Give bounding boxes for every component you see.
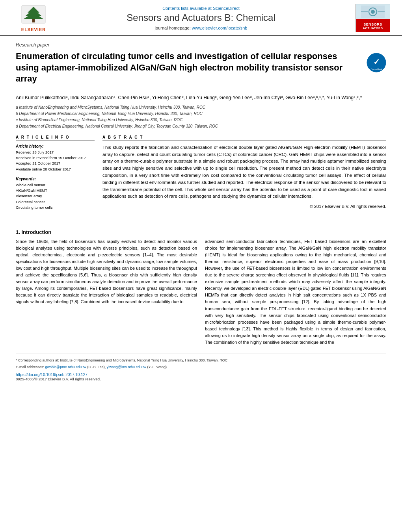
crossmark-logo[interactable]: ✓ CrossMark xyxy=(367,53,386,72)
keyword-2: AlGaN/GaN HEMT xyxy=(16,188,95,193)
main-content: Research paper Enumeration of circulatin… xyxy=(0,36,402,389)
intro-section-title: 1. Introduction xyxy=(16,229,386,235)
homepage-url[interactable]: www.elsevier.com/locate/snb xyxy=(192,26,248,30)
crossmark-icon: ✓ CrossMark xyxy=(367,53,386,72)
section-divider xyxy=(16,223,386,223)
abstract-panel: A B S T R A C T This study reports the f… xyxy=(102,135,386,215)
elsevier-tree-icon xyxy=(20,5,47,26)
sensors-logo-area: SENSORS ACTUATORS xyxy=(347,4,390,32)
history-online: Available online 28 October 2017 xyxy=(16,167,95,172)
keyword-5: Circulating tumor cells xyxy=(16,205,95,210)
intro-left-col: Since the 1960s, the field of biosensors… xyxy=(16,238,197,346)
article-info-header: A R T I C L E I N F O xyxy=(16,135,95,141)
email-label: E-mail addresses: xyxy=(16,365,44,369)
doi-line[interactable]: https://doi.org/10.1016/j.snb.2017.10.12… xyxy=(16,373,386,377)
homepage-label: journal homepage: xyxy=(155,26,191,30)
keywords-title: Keywords: xyxy=(16,177,95,181)
affiliation-c: c Institute of Biomedical Engineering, N… xyxy=(16,117,386,123)
intro-left-text: Since the 1960s, the field of biosensors… xyxy=(16,238,197,305)
elsevier-logo-area: ELSEVIER xyxy=(12,5,55,32)
article-info-panel: A R T I C L E I N F O Article history: R… xyxy=(16,135,95,215)
homepage-line: journal homepage: www.elsevier.com/locat… xyxy=(55,26,347,30)
keywords-block: Keywords: Whole cell sensor AlGaN/GaN HE… xyxy=(16,177,95,210)
intro-right-text: advanced semiconductor fabrication techn… xyxy=(205,238,386,346)
title-block: Enumeration of circulating tumor cells a… xyxy=(16,51,361,89)
sensors-logo-graphic xyxy=(361,6,385,18)
article-info-abstract: A R T I C L E I N F O Article history: R… xyxy=(16,135,386,215)
affiliation-a: a Institute of NanoEngineering and Micro… xyxy=(16,104,386,111)
history-received: Received 28 July 2017 xyxy=(16,150,95,155)
history-block: Article history: Received 28 July 2017 R… xyxy=(16,144,95,172)
svg-text:CrossMark: CrossMark xyxy=(370,68,382,70)
intro-right-col: advanced semiconductor fabrication techn… xyxy=(205,238,386,346)
email2-name: (Y.-L. Wang). xyxy=(147,365,168,369)
sensors-brand: SENSORS xyxy=(363,22,382,26)
elsevier-brand-text: ELSEVIER xyxy=(21,27,46,32)
keyword-1: Whole cell sensor xyxy=(16,182,95,188)
page: ELSEVIER Contents lists available at Sci… xyxy=(0,0,402,532)
email2-link[interactable]: ylwang@ims.nthu.edu.tw xyxy=(107,365,146,369)
issn-line: 0925-4005/© 2017 Elsevier B.V. All right… xyxy=(16,377,386,381)
journal-title: Sensors and Actuators B: Chemical xyxy=(55,12,347,23)
sensors-logo-text-area: SENSORS ACTUATORS xyxy=(356,19,390,32)
abstract-header: A B S T R A C T xyxy=(102,135,386,141)
abstract-text: This study reports the fabrication and c… xyxy=(102,144,386,200)
elsevier-logo: ELSEVIER xyxy=(12,5,55,32)
email1-name: (G.-B. Lee), xyxy=(87,365,106,369)
affiliation-b: b Department of Power Mechanical Enginee… xyxy=(16,111,386,117)
contents-text: Contents lists available at xyxy=(162,6,212,11)
sciencedirect-line: Contents lists available at ScienceDirec… xyxy=(55,6,347,11)
article-title: Enumeration of circulating tumor cells a… xyxy=(16,51,361,85)
journal-info: Contents lists available at ScienceDirec… xyxy=(55,6,347,30)
keyword-4: Colorectal cancer xyxy=(16,199,95,205)
sciencedirect-link-text[interactable]: ScienceDirect xyxy=(213,6,240,11)
sensors-logo-image-top xyxy=(356,4,390,19)
footnote-emails: E-mail addresses: gwobin@pme.nthu.edu.tw… xyxy=(16,365,386,370)
email1-link[interactable]: gwobin@pme.nthu.edu.tw xyxy=(45,365,86,369)
history-revised: Received in revised form 15 October 2017 xyxy=(16,155,95,161)
keyword-3: Biosensor array xyxy=(16,193,95,199)
journal-header: ELSEVIER Contents lists available at Sci… xyxy=(0,0,402,36)
sensors-actuators-logo: SENSORS ACTUATORS xyxy=(355,4,390,32)
introduction-columns: Since the 1960s, the field of biosensors… xyxy=(16,238,386,346)
actuators-brand: ACTUATORS xyxy=(363,26,383,30)
article-header: Enumeration of circulating tumor cells a… xyxy=(16,51,386,89)
affiliations-block: a Institute of NanoEngineering and Micro… xyxy=(16,104,386,130)
page-footer: * Corresponding authors at: Institute of… xyxy=(16,354,386,381)
history-accepted: Accepted 21 October 2017 xyxy=(16,161,95,166)
article-type: Research paper xyxy=(16,42,386,48)
svg-point-8 xyxy=(371,10,375,14)
footnote-corresponding: * Corresponding authors at: Institute of… xyxy=(16,358,386,363)
affiliation-d: d Department of Electrical Engineering, … xyxy=(16,123,386,130)
copyright-notice: © 2017 Elsevier B.V. All rights reserved… xyxy=(102,204,386,209)
authors-line: Anil Kumar Pulikkathodiᵃ, Indu Sarangadh… xyxy=(16,94,386,101)
svg-text:✓: ✓ xyxy=(373,57,380,66)
history-title: Article history: xyxy=(16,144,95,148)
svg-rect-1 xyxy=(32,19,35,22)
